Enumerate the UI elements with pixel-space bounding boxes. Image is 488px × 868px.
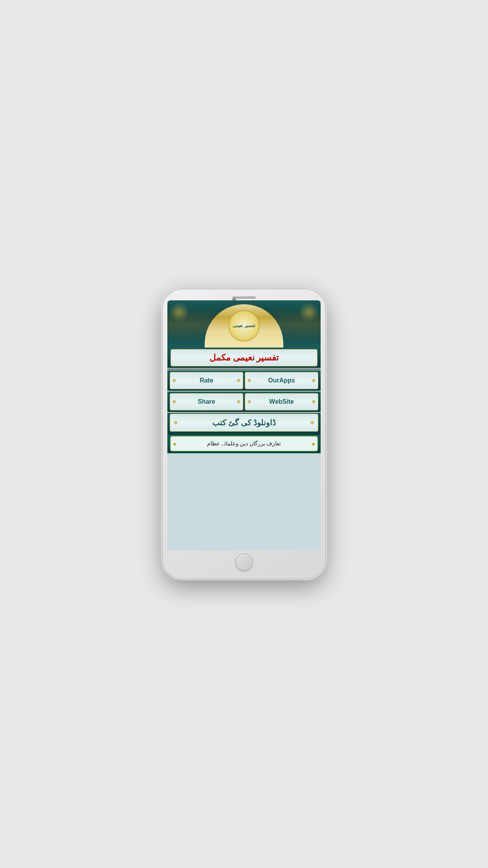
logo-text: تفسیر نعیمی — [233, 323, 255, 328]
download-section: ڈاونلوڈ کی گئ کتب — [167, 413, 321, 435]
title-frame: تفسیر نعیمی مکمل — [171, 349, 317, 366]
logo-circle: تفسیر نعیمی — [228, 310, 260, 342]
share-button[interactable]: Share — [170, 393, 243, 410]
app-title: تفسیر نعیمی مکمل — [209, 353, 279, 362]
our-apps-button[interactable]: OurApps — [245, 372, 318, 389]
website-label: WebSite — [269, 398, 294, 405]
title-banner: تفسیر نعیمی مکمل — [167, 348, 321, 368]
divider-1 — [167, 369, 321, 370]
corner-deco-tl — [169, 302, 189, 322]
share-label: Share — [198, 398, 215, 405]
bottom-buttons-grid: Share WebSite — [167, 392, 321, 412]
app-header: تفسیر نعیمی — [167, 300, 321, 348]
main-content-area — [167, 453, 321, 550]
scholars-intro-label: تعارف بزرگان دین وعلمائے عظام — [207, 440, 281, 447]
phone-screen: تفسیر نعیمی تفسیر نعیمی مکمل Rate OurApp… — [167, 300, 321, 550]
top-buttons-grid: Rate OurApps — [167, 370, 321, 391]
download-books-button[interactable]: ڈاونلوڈ کی گئ کتب — [170, 414, 318, 432]
rate-label: Rate — [200, 377, 213, 384]
home-button[interactable] — [235, 554, 253, 571]
list-section: تعارف بزرگان دین وعلمائے عظام — [167, 435, 321, 453]
website-button[interactable]: WebSite — [245, 393, 318, 410]
phone-frame: تفسیر نعیمی تفسیر نعیمی مکمل Rate OurApp… — [163, 289, 325, 579]
download-books-label: ڈاونلوڈ کی گئ کتب — [212, 418, 276, 427]
corner-deco-tr — [299, 302, 319, 322]
rate-button[interactable]: Rate — [170, 372, 243, 389]
scholars-intro-button[interactable]: تعارف بزرگان دین وعلمائے عظام — [170, 436, 318, 452]
our-apps-label: OurApps — [268, 377, 295, 384]
